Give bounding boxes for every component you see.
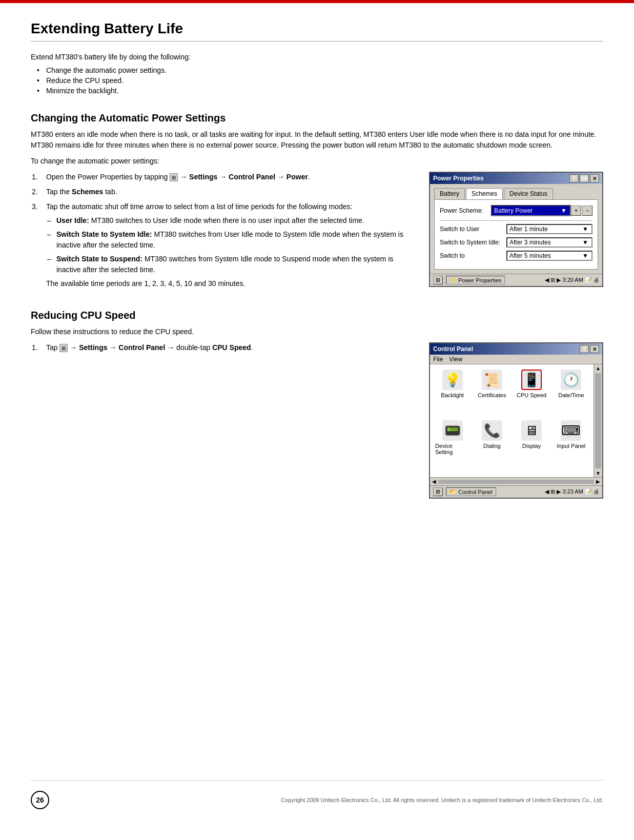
help-button[interactable]: ? [569, 174, 579, 182]
taskbar-start-button[interactable]: ⊞ [433, 276, 443, 284]
cp-start-icon: ⊞ [436, 488, 440, 495]
scroll-thumb[interactable] [595, 373, 601, 468]
cp-icon-dialing[interactable]: 📞 Dialing [475, 420, 509, 472]
taskbar-nav-icons: ◀ ⊞ ▶ [545, 277, 561, 283]
switch-system-idle-select[interactable]: After 3 minutes ▼ [506, 237, 592, 248]
switch-user-select[interactable]: After 1 minute ▼ [506, 224, 592, 234]
scroll-left[interactable]: ◀ [432, 479, 436, 484]
close-button[interactable]: ✕ [590, 174, 599, 182]
step-3-num: 3. [32, 201, 38, 212]
step-2-num: 2. [32, 187, 38, 197]
cp-menu-view[interactable]: View [449, 356, 462, 363]
power-tab-bar: Battery Schemes Device Status [434, 188, 598, 199]
tab-panel-schemes: Power Scheme: Battery Power ▼ + − [434, 199, 598, 270]
start-icon: ⊞ [436, 277, 440, 283]
step-3: 3. Tap the automatic shut off time arrow… [46, 201, 419, 289]
cp-icon-certificates-label: Certificates [478, 392, 506, 398]
taskbar-cp-app[interactable]: 📂 Control Panel [446, 487, 496, 496]
section2-body1: Follow these instructions to reduce the … [31, 326, 603, 337]
input-panel-icon: ⌨ [561, 420, 581, 441]
cp-close-button[interactable]: ✕ [590, 345, 599, 353]
dialing-icon: 📞 [482, 420, 502, 441]
scroll-up[interactable]: ▲ [596, 365, 601, 371]
section2-steps: 1. Tap ⊞ → Settings → Control Panel → do… [46, 342, 419, 353]
hscroll-thumb[interactable] [438, 480, 594, 484]
ok-button[interactable]: OK [580, 174, 589, 182]
step-1: 1. Open the Power Properties by tapping … [46, 172, 419, 182]
section1-body1: MT380 enters an idle mode when there is … [31, 129, 603, 151]
section2-heading: Reducing CPU Speed [31, 310, 603, 321]
cp-icon-datetime[interactable]: 🕐 Date/Time [554, 370, 588, 415]
section1-body2: To change the automatic power settings: [31, 156, 603, 167]
power-remove-button[interactable]: − [582, 206, 592, 216]
select-arrow-icon: ▼ [581, 239, 589, 246]
cp-taskbar-start[interactable]: ⊞ [433, 487, 443, 496]
bullet-list: Change the automatic power settings. Red… [46, 66, 603, 97]
copyright-text: Copyright 2009 Unitech Electronics Co., … [281, 797, 603, 803]
backlight-icon: 💡 [442, 370, 463, 390]
taskbar-power-app[interactable]: ⚡ Power Properties [446, 276, 505, 284]
taskbar-cp-icon: 📂 [449, 488, 457, 495]
taskbar-app-label: Power Properties [458, 277, 501, 283]
cp-icon-cpu-label: CPU Speed [517, 392, 546, 398]
switch-to-value: After 5 minutes [509, 252, 551, 259]
cp-icon-input-panel[interactable]: ⌨ Input Panel [554, 420, 588, 472]
power-titlebar: Power Properties ? OK ✕ [430, 173, 602, 184]
tab-battery[interactable]: Battery [434, 188, 465, 199]
page-footer: 26 Copyright 2009 Unitech Electronics Co… [31, 780, 603, 809]
power-add-button[interactable]: + [571, 206, 581, 216]
cp-taskbar: ⊞ 📂 Control Panel ◀ ⊞ ▶ 3:23 AM 📝 🖨 [430, 485, 602, 498]
tab-schemes[interactable]: Schemes [466, 188, 503, 199]
control-panel-window: Control Panel ? ✕ File View 💡 Ba [429, 342, 603, 499]
step-1-text: Open the Power Properties by tapping ⊞ →… [46, 173, 310, 181]
switch-to-select[interactable]: After 5 minutes ▼ [506, 251, 592, 261]
cpu-step-1: 1. Tap ⊞ → Settings → Control Panel → do… [46, 342, 419, 353]
cp-menu-file[interactable]: File [433, 356, 443, 363]
start-icon: ⊞ [59, 344, 68, 352]
cp-hscrollbar: ◀ ▶ [430, 477, 602, 485]
cp-icon-display[interactable]: 🖥 Display [515, 420, 549, 472]
scroll-right[interactable]: ▶ [596, 479, 600, 484]
cp-window-container: Control Panel ? ✕ File View 💡 Ba [429, 342, 603, 499]
spacer [31, 509, 603, 780]
subitem-switch-system: Switch State to System Idle: MT380 switc… [56, 229, 419, 251]
certificates-icon: 📜 [482, 370, 502, 390]
cp-titlebar: Control Panel ? ✕ [430, 343, 602, 355]
cp-icon-device-label: Device Setting [435, 443, 469, 455]
cp-icon-certificates[interactable]: 📜 Certificates [475, 370, 509, 415]
step-3-subitems: User Idle: MT380 switches to User Idle m… [56, 215, 419, 275]
cp-help-button[interactable]: ? [580, 345, 589, 353]
page: Extending Battery Life Extend MT380's ba… [0, 0, 634, 840]
section1-left-col: 1. Open the Power Properties by tapping … [31, 172, 419, 294]
cp-taskbar-extra-icons: 📝 🖨 [585, 488, 599, 495]
taskbar-right: ◀ ⊞ ▶ 3:20 AM 📝 🖨 [545, 277, 599, 283]
step-3-text: Tap the automatic shut off time arrow to… [46, 202, 352, 211]
cp-scrollbar[interactable]: ▲ ▼ [594, 364, 602, 477]
cpu-step-1-num: 1. [32, 342, 38, 353]
select-arrow-icon: ▼ [581, 226, 589, 233]
switch-system-idle-row: Switch to System Idle: After 3 minutes ▼ [440, 237, 592, 248]
datetime-icon: 🕐 [561, 370, 581, 390]
step-2: 2. Tap the Schemes tab. [46, 187, 419, 197]
power-scheme-value: Battery Power [494, 207, 533, 214]
cp-icon-cpu-speed[interactable]: 📱 CPU Speed [515, 370, 549, 415]
switch-user-label: Switch to User [440, 226, 506, 233]
intro-text: Extend MT380's battery life by doing the… [31, 53, 603, 61]
cp-icon-device-setting[interactable]: 📟 Device Setting [435, 420, 469, 472]
cp-with-scroll: 💡 Backlight 📜 Certificates 📱 CPU Speed [430, 364, 602, 477]
switch-to-row: Switch to After 5 minutes ▼ [440, 251, 592, 261]
power-scheme-row: Power Scheme: Battery Power ▼ + − [440, 205, 592, 216]
cp-icon-backlight[interactable]: 💡 Backlight [435, 370, 469, 415]
taskbar-time: 3:20 AM [563, 277, 583, 283]
cp-title-text: Control Panel [433, 345, 473, 353]
tab-device-status[interactable]: Device Status [504, 188, 553, 199]
switch-user-row: Switch to User After 1 minute ▼ [440, 224, 592, 234]
section2-two-col: 1. Tap ⊞ → Settings → Control Panel → do… [31, 342, 603, 499]
win-titlebar-buttons: ? OK ✕ [569, 174, 599, 182]
step-2-text: Tap the Schemes tab. [46, 188, 117, 196]
step-1-num: 1. [32, 172, 38, 182]
power-scheme-select[interactable]: Battery Power ▼ [491, 205, 571, 216]
switch-user-value: After 1 minute [509, 226, 548, 233]
subitem-user-idle-label: User Idle: [56, 216, 89, 224]
scroll-down[interactable]: ▼ [596, 470, 601, 476]
